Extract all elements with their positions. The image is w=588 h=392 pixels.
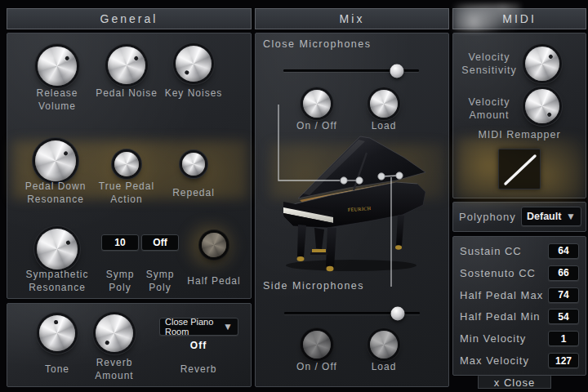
repedal-knob[interactable] <box>182 153 205 176</box>
plugin-window: General Mix MIDI Sustain CC 64 Sostenuto… <box>0 0 588 392</box>
tone-label: Tone <box>24 357 90 376</box>
half-pedal-max-value[interactable]: 74 <box>548 287 579 303</box>
velocity-amount-label: Velocity Amount <box>454 96 524 122</box>
remapper-line-icon <box>499 149 541 190</box>
midi-cc-section: Sustain CC 64 Sostenuto CC 66 Half Pedal… <box>452 236 586 376</box>
half-pedal-knob[interactable] <box>202 233 226 257</box>
side-mic-onoff-knob[interactable] <box>303 331 331 359</box>
reverb-state: Off <box>166 340 231 353</box>
half-pedal-label: Half Pedal <box>177 269 251 288</box>
half-pedal-max-label: Half Pedal Max <box>460 289 543 301</box>
max-velocity-label: Max Velocity <box>460 354 529 367</box>
midi-setting-row: Max Velocity 127 <box>460 353 579 368</box>
pedal-down-resonance-knob[interactable] <box>35 140 76 181</box>
reverb-type-value: Close Piano Room <box>165 317 223 336</box>
sympathetic-resonance-knob[interactable] <box>37 229 78 270</box>
release-volume-knob[interactable] <box>38 47 77 86</box>
knob-indicator <box>37 313 78 354</box>
half-pedal-min-label: Half Pedal Min <box>460 310 541 323</box>
midi-setting-row: Sustain CC 64 <box>460 243 579 259</box>
close-mic-load-knob[interactable] <box>370 90 398 118</box>
tab-midi-label: MIDI <box>502 12 537 25</box>
chevron-down-icon: ▼ <box>223 322 233 332</box>
tab-midi[interactable]: MIDI <box>452 8 586 29</box>
tab-mix-label: Mix <box>340 12 365 25</box>
side-mic-slider-handle[interactable] <box>391 306 405 320</box>
side-mic-slider[interactable] <box>284 312 420 314</box>
tab-mix[interactable]: Mix <box>255 8 449 29</box>
side-microphones-label: Side Microphones <box>263 279 426 292</box>
midi-remapper-curve[interactable] <box>498 149 541 189</box>
polyphony-dropdown[interactable]: Default ▼ <box>521 207 581 226</box>
polyphony-label: Polyphony <box>459 211 524 225</box>
repedal-label: Repedal <box>157 180 230 200</box>
key-noises-knob[interactable] <box>176 46 212 82</box>
midi-setting-row: Min Velocity 1 <box>460 331 579 346</box>
reverb-amount-label: Reverb Amount <box>82 357 147 382</box>
symp-poly-1-value[interactable]: 10 <box>101 234 139 251</box>
midi-setting-row: Sostenuto CC 66 <box>460 265 579 281</box>
max-velocity-value[interactable]: 127 <box>548 353 579 368</box>
min-velocity-value[interactable]: 1 <box>548 331 579 346</box>
pedal-noise-label: Pedal Noise <box>94 87 159 100</box>
side-mic-load-knob[interactable] <box>370 331 398 359</box>
symp-poly-1-label: Symp Poly <box>100 269 140 294</box>
sostenuto-cc-label: Sostenuto CC <box>460 267 536 279</box>
velocity-sensitivity-label: Velocity Sensitivity <box>454 51 524 78</box>
close-panel-label: x Close <box>494 376 535 389</box>
close-panel-button[interactable]: x Close <box>478 376 551 389</box>
midi-setting-row: Half Pedal Min 54 <box>460 309 579 324</box>
min-velocity-label: Min Velocity <box>460 332 526 345</box>
close-mic-slider-handle[interactable] <box>390 64 404 78</box>
close-microphones-label: Close Microphones <box>263 38 426 51</box>
close-mic-onoff-label: On / Off <box>284 120 350 133</box>
close-mic-load-label: Load <box>351 120 416 133</box>
side-mic-load-label: Load <box>351 361 416 374</box>
grand-piano-image: FEURICH <box>274 133 433 274</box>
chevron-down-icon: ▼ <box>566 212 576 221</box>
pedal-noise-knob[interactable] <box>108 47 145 84</box>
tab-general-label: General <box>100 12 158 25</box>
reverb-type-dropdown[interactable]: Close Piano Room ▼ <box>159 318 238 336</box>
midi-remapper-label: MIDI Remapper <box>452 128 586 141</box>
sympathetic-resonance-label: Sympathetic Resonance <box>8 269 106 294</box>
midi-setting-row: Half Pedal Max 74 <box>460 287 579 303</box>
symp-poly-2-value[interactable]: Off <box>141 234 179 251</box>
reverb-amount-knob[interactable] <box>96 314 133 352</box>
velocity-amount-knob[interactable] <box>525 89 559 123</box>
release-volume-label: Release Volume <box>24 87 90 113</box>
close-mic-onoff-knob[interactable] <box>303 90 331 118</box>
close-mic-slider[interactable] <box>283 69 419 72</box>
reverb-label: Reverb <box>166 357 231 376</box>
sustain-cc-value[interactable]: 64 <box>548 243 579 259</box>
sostenuto-cc-value[interactable]: 66 <box>548 265 579 281</box>
sustain-cc-label: Sustain CC <box>460 245 522 257</box>
polyphony-value: Default <box>527 211 561 222</box>
half-pedal-min-value[interactable]: 54 <box>548 309 579 324</box>
true-pedal-action-label: True Pedal Action <box>90 180 163 206</box>
key-noises-label: Key Noises <box>161 87 226 100</box>
side-mic-onoff-label: On / Off <box>284 361 350 374</box>
velocity-sensitivity-knob[interactable] <box>525 47 559 81</box>
tone-knob[interactable] <box>39 315 75 351</box>
symp-poly-2-label: Symp Poly <box>140 269 180 294</box>
true-pedal-action-knob[interactable] <box>114 152 139 176</box>
tab-general[interactable]: General <box>7 8 252 29</box>
